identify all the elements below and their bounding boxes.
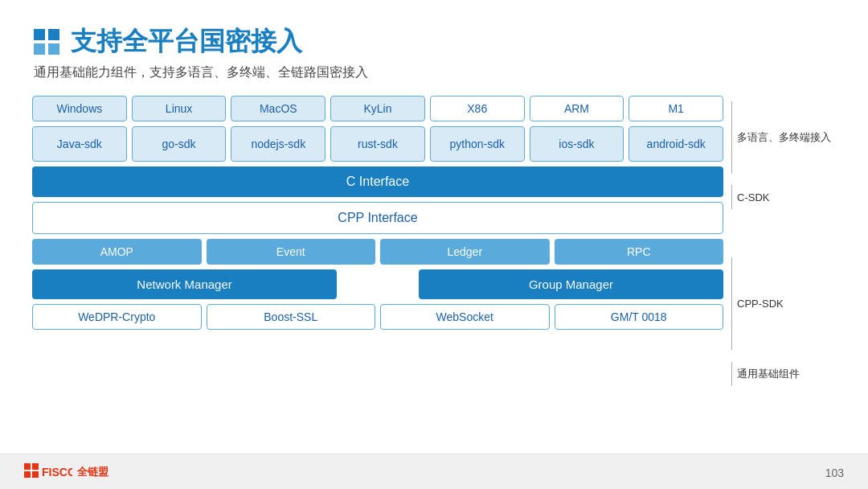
box-nodejs-sdk: nodejs-sdk: [231, 126, 326, 162]
box-python-sdk: python-sdk: [430, 126, 525, 162]
ann-csdk: C-SDK: [731, 179, 836, 215]
ann-multilang: 多语言、多终端接入: [731, 96, 836, 179]
svg-text:FISCO: FISCO: [42, 466, 72, 479]
box-cpp-interface: CPP Interface: [32, 202, 723, 234]
svg-rect-2: [34, 43, 45, 55]
row-base: WeDPR-Crypto Boost-SSL WebSocket GM/T 00…: [32, 304, 723, 330]
fisco-chain-label: 全链盟: [77, 465, 108, 479]
box-java-sdk: Java-sdk: [32, 126, 127, 162]
box-linux: Linux: [132, 96, 227, 121]
box-amop: AMOP: [32, 239, 202, 265]
row-os: Windows Linux MacOS KyLin X86 ARM M1: [32, 96, 723, 121]
subtitle: 通用基础能力组件，支持多语言、多终端、全链路国密接入: [34, 64, 836, 81]
row-managers: Network Manager Group Manager: [32, 269, 723, 299]
bottom-bar: FISCO 全链盟 103: [0, 454, 868, 489]
svg-rect-6: [24, 471, 31, 478]
box-windows: Windows: [32, 96, 127, 121]
box-event: Event: [207, 239, 376, 265]
box-rpc: RPC: [555, 239, 724, 265]
row-cpp-sdk: AMOP Event Ledger RPC: [32, 239, 723, 265]
ann-line-1: [731, 101, 732, 174]
fisco-logo-svg: FISCO: [24, 463, 72, 481]
box-kylin: KyLin: [330, 96, 425, 121]
ann-base-label: 通用基础组件: [737, 367, 800, 381]
ann-spacer-1: [731, 215, 836, 250]
box-gmt-0018: GM/T 0018: [555, 304, 724, 330]
svg-rect-7: [32, 471, 39, 478]
ann-cppsdk: CPP-SDK: [731, 250, 836, 356]
box-m1: M1: [628, 96, 723, 121]
svg-rect-5: [32, 463, 39, 470]
row-cpp-interface: CPP Interface: [32, 202, 723, 234]
svg-rect-1: [48, 29, 59, 40]
box-x86: X86: [430, 96, 525, 121]
ann-line-3: [731, 257, 732, 350]
slide: 支持全平台国密接入 通用基础能力组件，支持多语言、多终端、全链路国密接入 Win…: [0, 0, 868, 489]
row-c-interface: C Interface: [32, 166, 723, 197]
ann-base: 通用基础组件: [731, 356, 836, 392]
svg-rect-4: [24, 463, 31, 470]
spacer-managers: [342, 269, 414, 299]
logo-icon: [32, 27, 61, 56]
box-wedpr-crypto: WeDPR-Crypto: [32, 304, 202, 330]
box-network-manager: Network Manager: [32, 269, 337, 299]
page-title: 支持全平台国密接入: [71, 24, 302, 60]
svg-rect-0: [34, 29, 45, 40]
box-c-interface: C Interface: [32, 166, 723, 197]
box-group-manager: Group Manager: [419, 269, 723, 299]
box-rust-sdk: rust-sdk: [330, 126, 425, 162]
box-ios-sdk: ios-sdk: [530, 126, 624, 162]
row-sdks: Java-sdk go-sdk nodejs-sdk rust-sdk pyth…: [32, 126, 723, 162]
page-number: 103: [825, 466, 844, 479]
annotations: 多语言、多终端接入 C-SDK CPP-SDK 通用基础组件: [723, 96, 836, 392]
box-boost-ssl: Boost-SSL: [207, 304, 376, 330]
box-arm: ARM: [530, 96, 624, 121]
box-go-sdk: go-sdk: [132, 126, 227, 162]
ann-csdk-label: C-SDK: [737, 191, 769, 203]
ann-cppsdk-label: CPP-SDK: [737, 298, 784, 310]
box-ledger: Ledger: [380, 239, 550, 265]
fisco-logo: FISCO 全链盟: [24, 463, 108, 481]
ann-line-2: [731, 185, 732, 209]
box-macos: MacOS: [231, 96, 326, 121]
ann-multilang-label: 多语言、多终端接入: [737, 130, 831, 145]
header: 支持全平台国密接入: [32, 24, 836, 60]
diagram: Windows Linux MacOS KyLin X86 ARM M1 Jav…: [32, 96, 836, 392]
box-android-sdk: android-sdk: [628, 126, 723, 162]
layers: Windows Linux MacOS KyLin X86 ARM M1 Jav…: [32, 96, 723, 330]
box-websocket: WebSocket: [380, 304, 550, 330]
ann-line-4: [731, 362, 732, 386]
svg-rect-3: [48, 43, 59, 55]
